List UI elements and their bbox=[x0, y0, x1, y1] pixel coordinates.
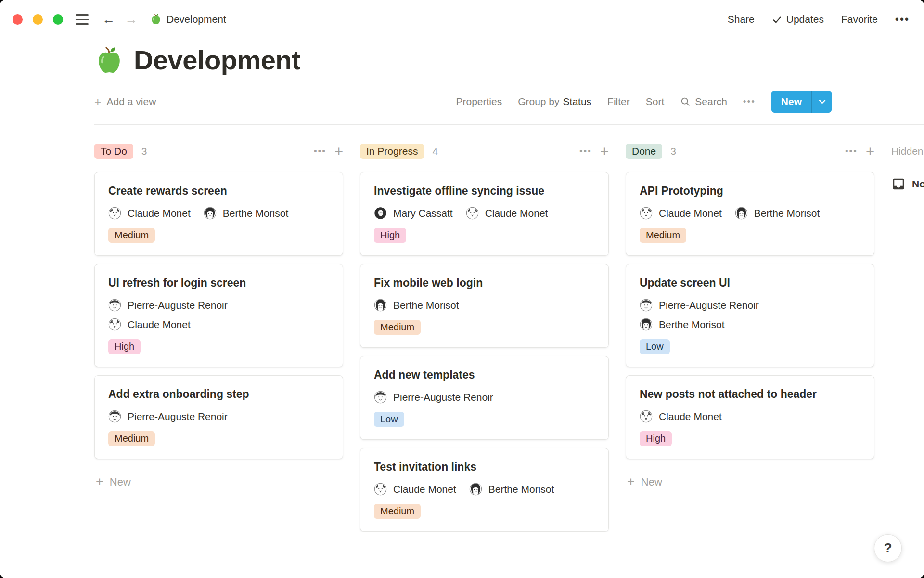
task-card[interactable]: Add new templates Pierre-Auguste Renoir … bbox=[360, 356, 609, 440]
priority-badge: Medium bbox=[108, 431, 155, 446]
plus-icon: + bbox=[627, 474, 635, 489]
assignee: Pierre-Auguste Renoir bbox=[108, 410, 329, 423]
assignees: Mary Cassatt Claude Monet bbox=[374, 207, 595, 220]
card-title: UI refresh for login screen bbox=[108, 276, 329, 289]
check-icon bbox=[772, 14, 782, 25]
assignee: Claude Monet bbox=[108, 318, 329, 331]
group-by-value: Status bbox=[563, 96, 592, 107]
hidden-columns-toggle[interactable]: Hidden columns bbox=[891, 142, 924, 160]
sort-button[interactable]: Sort bbox=[646, 96, 665, 107]
sidebar-menu-icon[interactable] bbox=[76, 14, 89, 25]
task-card[interactable]: Add extra onboarding step Pierre-Auguste… bbox=[94, 375, 343, 459]
add-view-button[interactable]: + Add a view bbox=[94, 95, 156, 109]
view-more-options-icon[interactable]: ••• bbox=[743, 96, 756, 107]
task-card[interactable]: Update screen UI Pierre-Auguste Renoir B… bbox=[626, 264, 874, 367]
card-title: Investigate offline syncing issue bbox=[374, 184, 595, 197]
titlebar: ← → Development Share Updates Favorite •… bbox=[0, 0, 924, 39]
task-card[interactable]: Test invitation links Claude Monet Berth… bbox=[360, 448, 609, 532]
assignee-name: Mary Cassatt bbox=[393, 208, 453, 219]
updates-button[interactable]: Updates bbox=[772, 13, 824, 25]
kanban-board: To Do 3 ••• + Create rewards screen Clau… bbox=[0, 125, 924, 532]
priority-badge: Low bbox=[640, 339, 670, 354]
add-card-button[interactable]: + New bbox=[626, 474, 874, 489]
assignees: Claude Monet bbox=[640, 410, 860, 423]
search-button[interactable]: Search bbox=[680, 96, 727, 107]
assignee: Claude Monet bbox=[640, 410, 860, 423]
column-add-icon[interactable]: + bbox=[866, 144, 874, 159]
minimize-window-button[interactable] bbox=[33, 14, 43, 25]
page-green-apple-icon[interactable] bbox=[94, 45, 124, 75]
task-card[interactable]: Investigate offline syncing issue Mary C… bbox=[360, 172, 609, 256]
avatar bbox=[374, 483, 387, 496]
filter-button[interactable]: Filter bbox=[607, 96, 630, 107]
assignee: Berthe Morisot bbox=[204, 207, 289, 220]
add-card-label: New bbox=[641, 476, 662, 488]
favorite-button[interactable]: Favorite bbox=[841, 13, 878, 25]
page-title[interactable]: Development bbox=[134, 44, 300, 76]
add-card-button[interactable]: + New bbox=[94, 474, 343, 489]
zoom-window-button[interactable] bbox=[53, 14, 63, 25]
avatar bbox=[374, 299, 387, 312]
avatar bbox=[108, 299, 121, 312]
column-more-icon[interactable]: ••• bbox=[314, 146, 326, 157]
task-card[interactable]: New posts not attached to header Claude … bbox=[626, 375, 874, 459]
assignees: Claude Monet Berthe Morisot bbox=[640, 207, 860, 220]
column-add-icon[interactable]: + bbox=[334, 144, 343, 159]
assignee-name: Berthe Morisot bbox=[754, 208, 820, 219]
task-card[interactable]: Fix mobile web login Berthe Morisot Medi… bbox=[360, 264, 609, 348]
priority-badge: Medium bbox=[374, 504, 421, 519]
assignee-name: Pierre-Auguste Renoir bbox=[128, 411, 228, 422]
card-title: Create rewards screen bbox=[108, 184, 329, 197]
hidden-column-no-status[interactable]: No Status bbox=[891, 177, 924, 191]
breadcrumb[interactable]: Development bbox=[150, 13, 226, 25]
assignee-name: Berthe Morisot bbox=[659, 319, 725, 330]
priority-badge: Medium bbox=[108, 228, 155, 243]
properties-button[interactable]: Properties bbox=[456, 96, 502, 107]
task-card[interactable]: Create rewards screen Claude Monet Berth… bbox=[94, 172, 343, 256]
back-arrow-icon[interactable]: ← bbox=[102, 13, 115, 26]
task-card[interactable]: API Prototyping Claude Monet Berthe Mori… bbox=[626, 172, 874, 256]
assignee: Claude Monet bbox=[374, 483, 456, 496]
assignees: Claude Monet Berthe Morisot bbox=[108, 207, 329, 220]
assignee: Berthe Morisot bbox=[374, 299, 595, 312]
new-button-label[interactable]: New bbox=[771, 91, 811, 113]
forward-arrow-icon[interactable]: → bbox=[125, 13, 138, 26]
priority-badge: High bbox=[640, 431, 672, 446]
column-to-do: To Do 3 ••• + Create rewards screen Clau… bbox=[94, 142, 343, 489]
assignees: Pierre-Auguste Renoir bbox=[374, 391, 595, 404]
view-toolbar: + Add a view Properties Group byStatus F… bbox=[94, 90, 832, 113]
assignee-name: Pierre-Auguste Renoir bbox=[128, 300, 228, 311]
group-by-button[interactable]: Group byStatus bbox=[518, 96, 591, 107]
assignees: Pierre-Auguste Renoir bbox=[108, 410, 329, 423]
card-title: New posts not attached to header bbox=[640, 388, 860, 401]
card-title: Add new templates bbox=[374, 368, 595, 381]
share-button[interactable]: Share bbox=[728, 13, 755, 25]
avatar bbox=[374, 207, 387, 220]
assignee-name: Berthe Morisot bbox=[223, 208, 289, 219]
assignee: Pierre-Auguste Renoir bbox=[640, 299, 860, 312]
assignee-name: Berthe Morisot bbox=[488, 484, 554, 495]
column-more-icon[interactable]: ••• bbox=[579, 146, 592, 157]
card-title: Add extra onboarding step bbox=[108, 388, 329, 401]
assignees: Claude Monet Berthe Morisot bbox=[374, 483, 595, 496]
status-badge: To Do bbox=[94, 144, 133, 159]
card-title: API Prototyping bbox=[640, 184, 860, 197]
column-add-icon[interactable]: + bbox=[600, 144, 609, 159]
assignee-name: Claude Monet bbox=[128, 208, 191, 219]
new-button-dropdown[interactable] bbox=[811, 91, 832, 113]
more-options-icon[interactable]: ••• bbox=[895, 13, 910, 26]
column-more-icon[interactable]: ••• bbox=[845, 146, 858, 157]
search-label: Search bbox=[695, 96, 727, 107]
task-card[interactable]: UI refresh for login screen Pierre-Augus… bbox=[94, 264, 343, 367]
close-window-button[interactable] bbox=[13, 14, 23, 25]
avatar bbox=[640, 207, 653, 220]
new-button[interactable]: New bbox=[771, 91, 832, 113]
assignees: Pierre-Auguste Renoir Claude Monet bbox=[108, 299, 329, 331]
card-count: 3 bbox=[141, 145, 147, 157]
help-button[interactable]: ? bbox=[874, 534, 902, 562]
avatar bbox=[108, 318, 121, 331]
status-badge: Done bbox=[626, 144, 662, 159]
assignee: Claude Monet bbox=[108, 207, 191, 220]
assignee-name: Claude Monet bbox=[659, 411, 722, 422]
avatar bbox=[108, 410, 121, 423]
